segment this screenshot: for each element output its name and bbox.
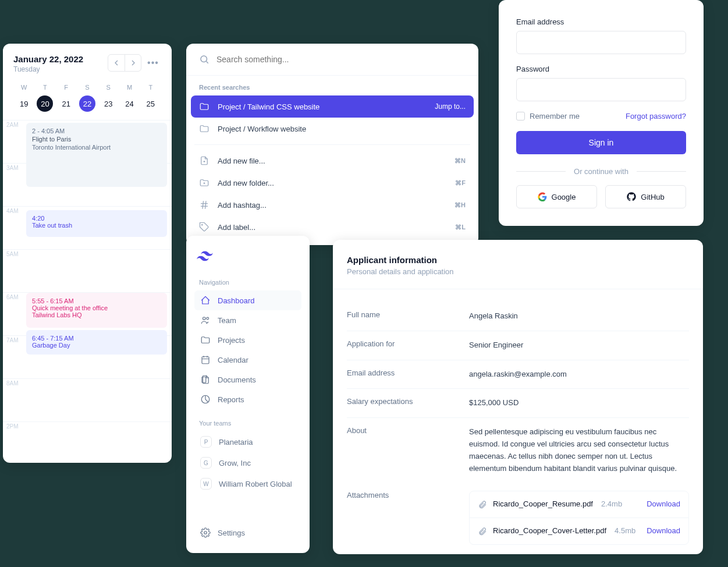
svg-point-5 — [202, 225, 203, 226]
action-label: Add hashtag... — [218, 201, 267, 210]
detail-key: Email address — [347, 368, 469, 381]
download-link[interactable]: Download — [647, 498, 680, 511]
svg-rect-8 — [202, 357, 209, 364]
action-item[interactable]: Add label...⌘L — [186, 216, 478, 238]
detail-value: Angela Raskin — [469, 310, 689, 323]
team-item[interactable]: WWilliam Robert Global — [194, 473, 301, 494]
calendar-more-button[interactable]: ••• — [145, 58, 161, 68]
team-badge: G — [200, 457, 212, 469]
sidebar-item-team[interactable]: Team — [194, 310, 301, 330]
day-number: 22 — [79, 95, 95, 112]
day-letter: T — [140, 84, 161, 91]
action-label: Add label... — [218, 223, 255, 232]
recent-search-item[interactable]: Project / Workflow website — [186, 118, 478, 140]
download-link[interactable]: Download — [647, 525, 680, 537]
detail-value: $125,000 USD — [469, 397, 689, 409]
svg-point-6 — [203, 317, 206, 320]
day-letter: S — [98, 84, 119, 91]
search-input[interactable] — [216, 55, 466, 64]
attachments-label: Attachments — [347, 491, 469, 545]
calendar-day[interactable]: T20 — [34, 84, 55, 112]
sign-in-button[interactable]: Sign in — [516, 131, 686, 154]
password-field[interactable] — [516, 78, 686, 101]
attachment-name: Ricardo_Cooper_Resume.pdf — [493, 498, 593, 511]
action-item[interactable]: Add hashtag...⌘H — [186, 194, 478, 216]
email-label: Email address — [516, 17, 686, 26]
social-login-github[interactable]: GitHub — [605, 185, 686, 208]
tag-icon — [199, 222, 209, 232]
sidebar-item-reports[interactable]: Reports — [194, 389, 301, 409]
forgot-password-link[interactable]: Forgot password? — [626, 112, 686, 121]
hour-label: 4AM — [3, 207, 24, 249]
calendar-day[interactable]: F21 — [56, 84, 77, 112]
event-subtitle: Toronto International Airport — [32, 144, 161, 151]
detail-row: Salary expectations$125,000 USD — [347, 389, 689, 418]
remember-me-checkbox[interactable]: Remember me — [516, 112, 580, 121]
sidebar-item-documents[interactable]: Documents — [194, 370, 301, 389]
calendar-day[interactable]: W19 — [13, 84, 34, 112]
event-time: 6:45 - 7:15 AM — [32, 335, 161, 342]
detail-row: AboutSed pellentesque adipiscing eu vest… — [347, 418, 689, 483]
paperclip-icon — [478, 527, 487, 536]
keyboard-shortcut: ⌘L — [455, 224, 466, 231]
calendar-event[interactable]: 5:55 - 6:15 AMQuick meeting at the offic… — [26, 293, 167, 328]
folder-icon — [199, 123, 209, 134]
day-number: 20 — [37, 95, 53, 112]
sidebar-item-dashboard[interactable]: Dashboard — [194, 290, 301, 310]
details-subtitle: Personal details and application — [347, 267, 689, 276]
day-letter: S — [77, 84, 98, 91]
calendar-weekday: Tuesday — [13, 65, 83, 73]
attachment-name: Ricardo_Cooper_Cover-Letter.pdf — [493, 525, 606, 537]
day-letter: W — [13, 84, 34, 91]
sidebar-item-calendar[interactable]: Calendar — [194, 350, 301, 370]
details-title: Applicant information — [347, 255, 689, 265]
action-label: Add new folder... — [218, 179, 274, 187]
action-item[interactable]: Add new file...⌘N — [186, 150, 478, 172]
day-letter: T — [34, 84, 55, 91]
sidebar-item-projects[interactable]: Projects — [194, 330, 301, 350]
detail-value: angela.raskin@example.com — [469, 368, 689, 381]
hash-icon — [199, 200, 209, 210]
social-login-google[interactable]: Google — [516, 185, 597, 208]
detail-key: Application for — [347, 339, 469, 352]
continue-with-label: Or continue with — [574, 167, 628, 176]
attachment-row: Ricardo_Cooper_Resume.pdf2.4mbDownload — [470, 491, 688, 518]
calendar-icon — [200, 355, 211, 365]
calendar-event[interactable]: 2 - 4:05 AMFlight to ParisToronto Intern… — [26, 123, 167, 187]
calendar-event[interactable]: 4:20Take out trash — [26, 210, 167, 237]
svg-line-4 — [205, 201, 207, 209]
hour-label: 7AM — [3, 336, 24, 378]
day-number: 21 — [58, 95, 74, 112]
calendar-day[interactable]: M24 — [119, 84, 140, 112]
attachment-size: 4.5mb — [615, 525, 635, 537]
attachment-row: Ricardo_Cooper_Cover-Letter.pdf4.5mbDown… — [470, 518, 688, 544]
action-label: Add new file... — [218, 157, 265, 165]
your-teams-label: Your teams — [199, 420, 297, 427]
detail-value: Senior Engineer — [469, 339, 689, 352]
calendar-event[interactable]: 6:45 - 7:15 AMGarbage Day — [26, 330, 167, 355]
calendar-date: January 22, 2022 — [13, 54, 83, 64]
sidebar-item-label: Team — [218, 316, 236, 325]
calendar-day[interactable]: S22 — [77, 84, 98, 112]
team-badge: W — [200, 478, 212, 490]
team-item[interactable]: PPlanetaria — [194, 431, 301, 452]
document-icon — [200, 374, 211, 385]
applicant-details-panel: Applicant information Personal details a… — [333, 240, 703, 554]
login-panel: Email address Password Remember me Forgo… — [499, 0, 704, 226]
email-field[interactable] — [516, 31, 686, 54]
calendar-day[interactable]: S23 — [98, 84, 119, 112]
sidebar-item-label: Dashboard — [218, 296, 255, 305]
event-subtitle: Tailwind Labs HQ — [32, 311, 161, 318]
day-letter: M — [119, 84, 140, 91]
calendar-next-button[interactable] — [125, 55, 141, 71]
sidebar-item-label: Reports — [218, 395, 244, 404]
recent-search-item[interactable]: Project / Tailwind CSS websiteJump to... — [191, 95, 474, 118]
folder-icon — [199, 101, 209, 112]
calendar-prev-button[interactable] — [108, 55, 125, 71]
detail-row: Email addressangela.raskin@example.com — [347, 360, 689, 389]
sidebar-item-settings[interactable]: Settings — [194, 523, 301, 543]
day-letter: F — [56, 84, 77, 91]
team-item[interactable]: GGrow, Inc — [194, 452, 301, 473]
action-item[interactable]: Add new folder...⌘F — [186, 172, 478, 194]
calendar-day[interactable]: T25 — [140, 84, 161, 112]
